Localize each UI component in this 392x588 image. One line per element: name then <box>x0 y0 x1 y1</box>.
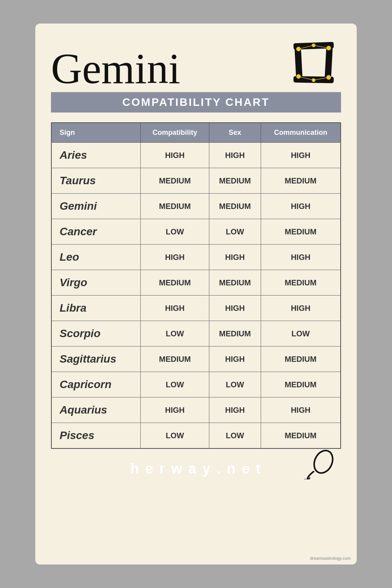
sex-cell: HIGH <box>209 347 261 372</box>
gemini-title: Gemini <box>51 47 180 90</box>
sign-cell: Aries <box>51 143 141 168</box>
sign-cell: Leo <box>51 245 141 270</box>
table-row: Taurus MEDIUM MEDIUM MEDIUM <box>51 168 341 194</box>
table-row: Virgo MEDIUM MEDIUM MEDIUM <box>51 270 341 296</box>
sign-cell: Gemini <box>51 194 141 219</box>
sex-cell: MEDIUM <box>209 168 261 194</box>
table-row: Gemini MEDIUM MEDIUM HIGH <box>51 194 341 219</box>
sign-cell: Virgo <box>51 270 141 296</box>
compatibility-cell: HIGH <box>141 143 209 168</box>
sex-cell: HIGH <box>209 397 261 423</box>
compatibility-cell: LOW <box>141 372 209 397</box>
table-row: Pisces LOW LOW MEDIUM <box>51 423 341 449</box>
col-sex: Sex <box>209 123 261 143</box>
table-row: Sagittarius MEDIUM HIGH MEDIUM <box>51 347 341 372</box>
header-top: Gemini <box>51 35 341 90</box>
sex-cell: MEDIUM <box>209 270 261 296</box>
communication-cell: HIGH <box>261 296 341 321</box>
compatibility-cell: MEDIUM <box>141 168 209 194</box>
table-row: Aries HIGH HIGH HIGH <box>51 143 341 168</box>
footer-url: h e r w a y . n e t <box>130 461 261 477</box>
sign-cell: Taurus <box>51 168 141 194</box>
compatibility-cell: LOW <box>141 321 209 347</box>
sex-cell: MEDIUM <box>209 194 261 219</box>
communication-cell: HIGH <box>261 397 341 423</box>
compatibility-cell: LOW <box>141 423 209 449</box>
sex-cell: MEDIUM <box>209 321 261 347</box>
table-row: Scorpio LOW MEDIUM LOW <box>51 321 341 347</box>
table-row: Capricorn LOW LOW MEDIUM <box>51 372 341 397</box>
compatibility-cell: HIGH <box>141 245 209 270</box>
communication-cell: MEDIUM <box>261 168 341 194</box>
main-card: Gemini <box>35 24 357 564</box>
watermark: dreamsastrology.com <box>310 556 351 561</box>
communication-cell: LOW <box>261 321 341 347</box>
table-row: Aquarius HIGH HIGH HIGH <box>51 397 341 423</box>
footer-section: h e r w a y . n e t <box>51 461 341 477</box>
sex-cell: HIGH <box>209 143 261 168</box>
footer-doodle <box>302 448 337 481</box>
table-row: Cancer LOW LOW MEDIUM <box>51 219 341 245</box>
sex-cell: LOW <box>209 372 261 397</box>
compatibility-cell: MEDIUM <box>141 194 209 219</box>
communication-cell: MEDIUM <box>261 219 341 245</box>
sex-cell: HIGH <box>209 245 261 270</box>
compatibility-table: Sign Compatibility Sex Communication Ari… <box>51 122 341 449</box>
svg-point-14 <box>310 448 336 476</box>
communication-cell: HIGH <box>261 245 341 270</box>
col-sign: Sign <box>51 123 141 143</box>
sex-cell: LOW <box>209 219 261 245</box>
compatibility-banner: COMPATIBILITY CHART <box>51 92 341 113</box>
sex-cell: HIGH <box>209 296 261 321</box>
compatibility-cell: LOW <box>141 219 209 245</box>
subtitle-text: COMPATIBILITY CHART <box>122 96 270 108</box>
compatibility-cell: MEDIUM <box>141 347 209 372</box>
table-header-row: Sign Compatibility Sex Communication <box>51 123 341 143</box>
sign-cell: Cancer <box>51 219 141 245</box>
sign-cell: Pisces <box>51 423 141 449</box>
sign-cell: Scorpio <box>51 321 141 347</box>
communication-cell: HIGH <box>261 194 341 219</box>
table-row: Libra HIGH HIGH HIGH <box>51 296 341 321</box>
communication-cell: MEDIUM <box>261 372 341 397</box>
compatibility-cell: HIGH <box>141 397 209 423</box>
table-row: Leo HIGH HIGH HIGH <box>51 245 341 270</box>
communication-cell: MEDIUM <box>261 347 341 372</box>
communication-cell: MEDIUM <box>261 423 341 449</box>
col-compatibility: Compatibility <box>141 123 209 143</box>
gemini-symbol <box>286 35 341 90</box>
col-communication: Communication <box>261 123 341 143</box>
sign-cell: Capricorn <box>51 372 141 397</box>
sign-cell: Sagittarius <box>51 347 141 372</box>
compatibility-cell: MEDIUM <box>141 270 209 296</box>
sex-cell: LOW <box>209 423 261 449</box>
communication-cell: HIGH <box>261 143 341 168</box>
compatibility-cell: HIGH <box>141 296 209 321</box>
sign-cell: Aquarius <box>51 397 141 423</box>
communication-cell: MEDIUM <box>261 270 341 296</box>
sign-cell: Libra <box>51 296 141 321</box>
